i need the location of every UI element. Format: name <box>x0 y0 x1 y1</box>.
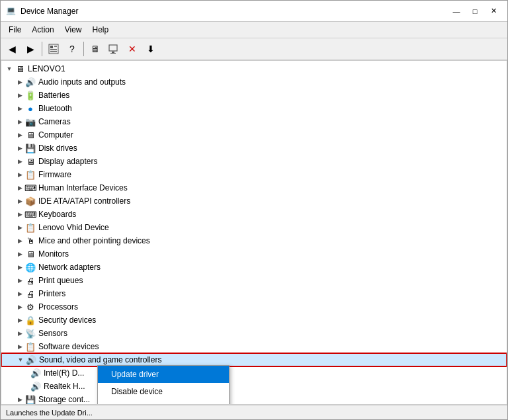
item-label: Storage cont... <box>38 395 90 404</box>
list-item[interactable]: 🔊 Intel(R) D... <box>1 366 507 380</box>
item-label: Printers <box>38 289 65 298</box>
list-item[interactable]: ▶ ⚙ Processors <box>1 300 507 314</box>
toolbar-back[interactable]: ◀ <box>3 40 21 58</box>
expand-icon: ▶ <box>15 130 25 140</box>
window-icon: 💻 <box>6 6 17 17</box>
item-label: Security devices <box>38 315 96 325</box>
root-icon: 🖥 <box>15 63 25 74</box>
item-label: Lenovo Vhid Device <box>38 223 109 232</box>
expand-icon: ▶ <box>15 394 25 404</box>
expand-icon: ▶ <box>15 143 25 153</box>
properties-icon <box>48 44 59 54</box>
expand-icon: ▼ <box>15 355 26 365</box>
toolbar-update-driver[interactable] <box>105 40 122 58</box>
svg-rect-7 <box>110 53 116 54</box>
root-label: LENOVO1 <box>28 64 65 73</box>
list-item[interactable]: ▶ 🖱 Mice and other pointing devices <box>1 234 507 247</box>
toolbar-separator-1 <box>42 42 42 56</box>
item-label: Monitors <box>38 249 69 259</box>
item-label: Bluetooth <box>38 104 72 113</box>
expand-icon: ▶ <box>15 90 25 101</box>
list-item[interactable]: 🔊 Realtek H... <box>1 380 507 393</box>
context-menu: Update driver Disable device Uninstall d… <box>97 365 230 405</box>
processors-icon: ⚙ <box>25 302 36 312</box>
item-label: Intel(R) D... <box>44 368 84 378</box>
menu-file[interactable]: File <box>3 23 26 36</box>
toolbar-help[interactable]: ? <box>64 40 81 58</box>
list-item[interactable]: ▶ 📷 Cameras <box>1 115 507 128</box>
list-item[interactable]: ▶ 🖥 Computer <box>1 128 507 142</box>
list-item[interactable]: ▶ ● Bluetooth <box>1 102 507 115</box>
item-label: Human Interface Devices <box>38 183 128 192</box>
maximize-button[interactable]: □ <box>466 5 484 18</box>
tree-root[interactable]: ▼ 🖥 LENOVO1 <box>1 62 507 75</box>
realtek-icon: 🔊 <box>30 381 41 392</box>
ctx-update-label: Update driver <box>111 370 159 379</box>
ctx-uninstall-device[interactable]: Uninstall device <box>98 400 229 405</box>
ctx-update-driver[interactable]: Update driver <box>98 366 229 383</box>
item-label: Batteries <box>38 91 69 100</box>
list-item[interactable]: ▶ 📋 Software devices <box>1 340 507 353</box>
sound-icon: 🔊 <box>26 355 36 365</box>
toolbar-remove[interactable]: ✕ <box>124 40 141 58</box>
list-item[interactable]: ▶ 💾 Disk drives <box>1 142 507 155</box>
item-label: Mice and other pointing devices <box>38 236 150 245</box>
title-bar-controls: — □ ✕ <box>448 5 502 18</box>
mice-icon: 🖱 <box>25 235 36 246</box>
ctx-disable-label: Disable device <box>111 387 163 396</box>
expand-icon: ▶ <box>15 235 25 246</box>
item-label: Audio inputs and outputs <box>38 77 126 87</box>
software-icon: 📋 <box>25 341 36 352</box>
list-item[interactable]: ▶ 🔊 Audio inputs and outputs <box>1 75 507 89</box>
list-item[interactable]: ▶ 🌐 Network adapters <box>1 261 507 274</box>
expand-icon: ▶ <box>15 222 25 233</box>
expand-icon: ▶ <box>15 103 25 114</box>
list-item[interactable]: ▶ 📡 Sensors <box>1 327 507 340</box>
device-tree[interactable]: ▼ 🖥 LENOVO1 ▶ 🔊 Audio inputs and outputs… <box>1 61 507 404</box>
cameras-icon: 📷 <box>25 116 36 127</box>
item-label: Network adapters <box>38 263 101 272</box>
close-button[interactable]: ✕ <box>485 5 502 18</box>
expand-icon: ▶ <box>15 341 25 352</box>
list-item[interactable]: ▶ 🔒 Security devices <box>1 314 507 327</box>
list-item[interactable]: ▶ 💾 Storage cont... <box>1 393 507 404</box>
list-item[interactable]: ▶ ⌨ Human Interface Devices <box>1 181 507 194</box>
toolbar-monitor[interactable]: 🖥 <box>87 40 104 58</box>
list-item[interactable]: ▶ 🖥 Display adapters <box>1 155 507 168</box>
printers-icon: 🖨 <box>25 288 36 299</box>
intel-icon: 🔊 <box>30 368 41 378</box>
menu-view[interactable]: View <box>60 23 87 36</box>
list-item[interactable]: ▶ ⌨ Keyboards <box>1 208 507 221</box>
sound-video-item[interactable]: ▼ 🔊 Sound, video and game controllers <box>1 353 507 366</box>
list-item[interactable]: ▶ 🖨 Printers <box>1 287 507 300</box>
list-item[interactable]: ▶ 🖨 Print queues <box>1 274 507 287</box>
menu-bar: File Action View Help <box>1 22 507 38</box>
item-label: Computer <box>38 130 73 140</box>
ctx-disable-device[interactable]: Disable device <box>98 383 229 400</box>
expand-icon: ▶ <box>15 262 25 273</box>
list-item[interactable]: ▶ 🖥 Monitors <box>1 247 507 261</box>
toolbar-scan[interactable]: ⬇ <box>142 40 159 58</box>
menu-help[interactable]: Help <box>87 23 114 36</box>
list-item[interactable]: ▶ 🔋 Batteries <box>1 89 507 102</box>
toolbar-forward[interactable]: ▶ <box>22 40 39 58</box>
expand-icon: ▶ <box>15 302 25 312</box>
menu-action[interactable]: Action <box>26 23 59 36</box>
minimize-button[interactable]: — <box>448 5 465 18</box>
keyboards-icon: ⌨ <box>25 209 36 220</box>
list-item[interactable]: ▶ 📦 IDE ATA/ATAPI controllers <box>1 194 507 208</box>
main-content: ▼ 🖥 LENOVO1 ▶ 🔊 Audio inputs and outputs… <box>1 60 507 405</box>
list-item[interactable]: ▶ 📋 Lenovo Vhid Device <box>1 221 507 234</box>
item-label: Cameras <box>38 117 71 126</box>
disk-icon: 💾 <box>25 143 36 153</box>
expand-icon: ▶ <box>15 169 25 180</box>
toolbar-properties[interactable] <box>45 40 62 58</box>
expand-icon <box>25 368 30 378</box>
title-bar-left: 💻 Device Manager <box>6 6 78 17</box>
security-icon: 🔒 <box>25 315 36 325</box>
list-item[interactable]: ▶ 📋 Firmware <box>1 168 507 181</box>
update-driver-icon <box>108 44 119 54</box>
expand-icon: ▶ <box>15 328 25 339</box>
expand-icon: ▶ <box>15 116 25 127</box>
title-bar: 💻 Device Manager — □ ✕ <box>1 1 507 22</box>
